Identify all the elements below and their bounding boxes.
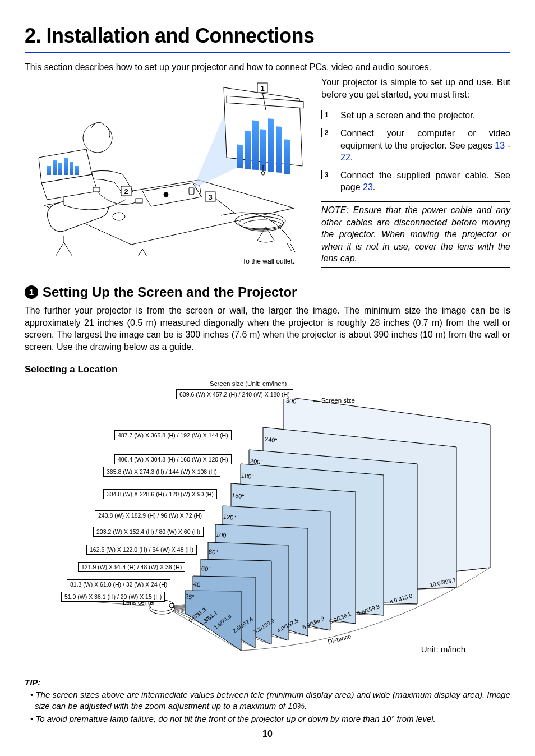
size-150-diag: 150"	[231, 491, 245, 501]
size-120-diag: 120"	[223, 512, 236, 522]
fig-callout-3: 3	[208, 193, 212, 201]
svg-rect-5	[47, 166, 51, 175]
svg-rect-18	[237, 145, 243, 169]
svg-rect-7	[58, 163, 62, 175]
size-200-diag: 200"	[250, 457, 263, 467]
tip-2: To avoid premature lamp failure, do not …	[31, 713, 510, 725]
size-60-dim: 121.9 (W) X 91.4 (H) / 48 (W) X 36 (H)	[78, 562, 185, 572]
svg-point-27	[113, 213, 125, 220]
size-60-diag: 60"	[201, 564, 211, 574]
throw-title: Screen size (Unit: cm/inch)	[210, 380, 287, 389]
svg-rect-24	[284, 139, 290, 174]
page-link-22[interactable]: 22	[340, 153, 350, 162]
size-40-dim: 81.3 (W) X 61.0 (H) / 32 (W) X 24 (H)	[67, 579, 170, 589]
tip-1: The screen sizes above are intermediate …	[31, 689, 510, 712]
size-180-dim: 365.8 (W) X 274.3 (H) / 144 (W) X 108 (H…	[103, 467, 220, 477]
intro-text: This section describes how to set up you…	[25, 61, 510, 73]
svg-rect-6	[53, 160, 57, 175]
size-25-diag: 25"	[185, 592, 195, 602]
svg-rect-21	[260, 130, 266, 172]
step2-num-icon: 2	[321, 128, 331, 137]
size-40-diag: 40"	[193, 580, 203, 589]
svg-rect-31	[93, 187, 100, 192]
setup-figure: 1 2 3 To the wall outlet.	[25, 76, 308, 276]
side-column: Your projector is simple to set up and u…	[321, 76, 510, 276]
svg-point-13	[164, 192, 168, 197]
page-link-23[interactable]: 23	[363, 182, 373, 192]
setup-row: 1 2 3 To the wall outlet. Your projector…	[25, 76, 510, 276]
selecting-location-heading: Selecting a Location	[25, 363, 510, 376]
page-number: 10	[0, 728, 535, 740]
step1-text: Set up a screen and the projector.	[340, 110, 475, 120]
svg-rect-14	[189, 187, 194, 195]
svg-rect-19	[245, 131, 251, 170]
svg-point-62	[169, 603, 174, 608]
lens-center-label: Lens center	[123, 598, 155, 607]
section-1-title: Setting Up the Screen and the Projector	[43, 283, 297, 301]
step-3: 3 Connect the supplied power cable. See …	[321, 169, 510, 193]
svg-point-30	[243, 220, 282, 231]
svg-point-26	[261, 172, 265, 175]
svg-rect-9	[70, 162, 73, 175]
size-240-dim: 487.7 (W) X 365.8 (H) / 192 (W) X 144 (H…	[114, 430, 232, 440]
fig-callout-1: 1	[260, 84, 264, 93]
svg-rect-10	[75, 166, 79, 175]
note-caution: NOTE: Ensure that the power cable and an…	[321, 201, 510, 268]
setup-illustration: 1 2 3	[25, 76, 308, 256]
step-2: 2 Connect your computer or video equipme…	[321, 127, 510, 164]
throw-screensize-label: — Screen size	[313, 397, 355, 405]
svg-rect-23	[276, 127, 282, 173]
step3-num-icon: 3	[321, 170, 331, 179]
size-80-dim: 162.6 (W) X 122.0 (H) / 64 (W) X 48 (H)	[86, 545, 197, 555]
svg-rect-32	[136, 199, 142, 203]
svg-rect-20	[252, 121, 259, 170]
step2-text-a: Connect your computer or video equipment…	[340, 128, 510, 150]
size-300-dim: 609.6 (W) X 457.2 (H) / 240 (W) X 180 (H…	[176, 389, 293, 399]
svg-rect-8	[64, 158, 68, 175]
step1-num-icon: 1	[321, 110, 331, 119]
size-150-dim: 304.8 (W) X 228.6 (H) / 120 (W) X 90 (H)	[103, 489, 217, 499]
size-200-dim: 406.4 (W) X 304.8 (H) / 160 (W) X 120 (H…	[114, 454, 232, 464]
chapter-title: 2. Installation and Connections	[25, 22, 510, 50]
svg-point-29	[239, 216, 284, 230]
svg-rect-22	[268, 119, 274, 173]
tip-heading: TIP:	[25, 677, 510, 688]
fig-callout-2: 2	[124, 187, 128, 196]
tip-list: The screen sizes above are intermediate …	[25, 689, 510, 725]
section-num-icon: 1	[25, 285, 38, 299]
size-120-dim: 243.8 (W) X 182.9 (H) / 96 (W) X 72 (H)	[95, 510, 205, 520]
side-intro: Your projector is simple to set up and u…	[321, 76, 510, 100]
throw-distance-chart: Screen size (Unit: cm/inch) — Screen siz…	[25, 380, 510, 666]
size-100-dim: 203.2 (W) X 152.4 (H) / 80 (W) X 60 (H)	[93, 527, 204, 537]
unit-label: Unit: m/inch	[421, 644, 465, 655]
size-80-diag: 80"	[208, 547, 218, 557]
section-1-heading: 1 Setting Up the Screen and the Projecto…	[25, 283, 510, 301]
size-100-diag: 100"	[215, 530, 229, 540]
figure-caption: To the wall outlet.	[25, 257, 308, 266]
size-300-diag: 300"	[285, 396, 299, 406]
size-180-diag: 180"	[241, 471, 254, 481]
section-1-body: The further your projector is from the s…	[25, 305, 510, 353]
page-link-13[interactable]: 13	[495, 141, 505, 150]
divider	[25, 52, 510, 53]
size-240-diag: 240"	[264, 435, 278, 445]
step-1: 1 Set up a screen and the projector.	[321, 109, 510, 122]
